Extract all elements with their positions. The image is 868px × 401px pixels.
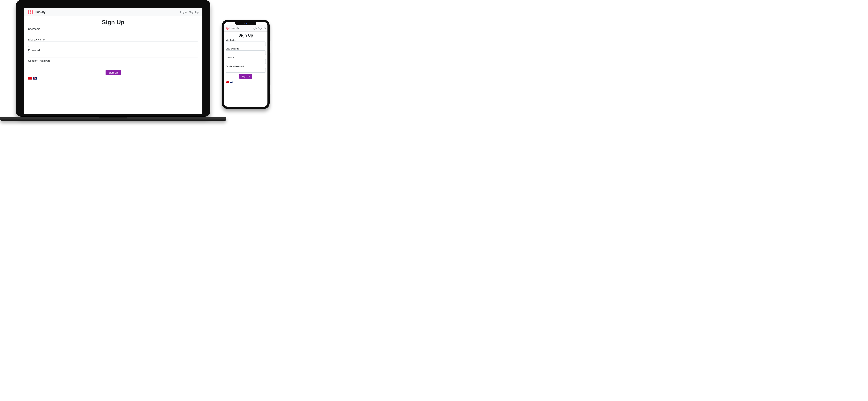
brand-name: Hoaxify <box>231 27 239 30</box>
label-username-mobile: Username <box>226 39 266 41</box>
form-group-confirmpassword-mobile: Comfirm Password <box>226 65 266 73</box>
laptop-base-notch <box>99 117 127 119</box>
phone-device-frame: Hoaxify Login Sign Up Sign Up Username D… <box>222 20 270 109</box>
language-flags-mobile <box>226 81 266 83</box>
form-group-displayname: Display Name <box>28 38 198 47</box>
input-displayname[interactable] <box>28 41 198 47</box>
nav-link-signup-mobile[interactable]: Sign Up <box>258 27 266 30</box>
flag-uk-icon[interactable] <box>33 77 37 80</box>
page-content-mobile: Sign Up Username Display Name Password C… <box>224 32 268 85</box>
flag-tr-icon[interactable] <box>226 81 229 83</box>
app-navbar: Hoaxify Login Sign Up <box>24 8 203 16</box>
nav-links: Login Sign Up <box>180 10 198 13</box>
input-username[interactable] <box>28 31 198 36</box>
phone-bezel: Hoaxify Login Sign Up Sign Up Username D… <box>222 20 270 109</box>
input-password[interactable] <box>28 52 198 57</box>
phone-camera-icon <box>246 23 247 24</box>
nav-link-login[interactable]: Login <box>180 10 187 13</box>
input-confirmpassword[interactable] <box>28 63 198 68</box>
phone-screen: Hoaxify Login Sign Up Sign Up Username D… <box>224 22 268 107</box>
svg-point-4 <box>30 10 31 11</box>
phone-side-button <box>270 41 270 53</box>
brand-name: Hoaxify <box>35 10 45 14</box>
form-group-displayname-mobile: Display Name <box>226 48 266 55</box>
label-confirmpassword: Comfirm Password <box>28 59 198 62</box>
flag-tr-icon[interactable] <box>28 77 32 80</box>
nav-link-login-mobile[interactable]: Login <box>252 27 257 30</box>
laptop-bezel: Hoaxify Login Sign Up Sign Up Username D… <box>16 0 210 117</box>
label-confirmpassword-mobile: Comfirm Password <box>226 65 266 68</box>
page-title-mobile: Sign Up <box>226 33 266 38</box>
input-password-mobile[interactable] <box>226 59 266 64</box>
phone-speaker-icon <box>244 23 245 24</box>
laptop-base <box>16 117 210 122</box>
phone-notch <box>235 22 256 25</box>
laptop-device-frame: Hoaxify Login Sign Up Sign Up Username D… <box>16 0 210 122</box>
label-displayname-mobile: Display Name <box>226 48 266 50</box>
nav-links-mobile: Login Sign Up <box>252 27 266 30</box>
form-group-username-mobile: Username <box>226 39 266 46</box>
signup-button-mobile[interactable]: Sign Up <box>239 74 252 79</box>
form-group-confirmpassword: Comfirm Password <box>28 59 198 68</box>
nav-link-signup[interactable]: Sign Up <box>189 10 198 13</box>
form-group-password: Password <box>28 49 198 57</box>
input-confirmpassword-mobile[interactable] <box>226 68 266 73</box>
laptop-screen: Hoaxify Login Sign Up Sign Up Username D… <box>24 8 203 114</box>
brand-logo-icon <box>226 27 230 30</box>
language-flags <box>28 77 198 80</box>
page-content: Sign Up Username Display Name Password C… <box>24 16 203 83</box>
submit-row-mobile: Sign Up <box>226 74 266 79</box>
label-password-mobile: Password <box>226 56 266 59</box>
label-displayname: Display Name <box>28 38 198 41</box>
phone-side-button <box>270 85 270 94</box>
app-navbar-mobile: Hoaxify Login Sign Up <box>224 25 268 32</box>
label-password: Password <box>28 49 198 52</box>
flag-uk-icon[interactable] <box>230 81 233 83</box>
input-username-mobile[interactable] <box>226 41 266 46</box>
form-group-username: Username <box>28 27 198 36</box>
submit-row: Sign Up <box>28 70 198 75</box>
svg-point-9 <box>227 27 228 28</box>
form-group-password-mobile: Password <box>226 56 266 64</box>
brand[interactable]: Hoaxify <box>28 10 45 14</box>
label-username: Username <box>28 27 198 30</box>
signup-button[interactable]: Sign Up <box>105 70 121 75</box>
page-title: Sign Up <box>28 19 198 26</box>
brand-logo-icon <box>28 10 33 14</box>
input-displayname-mobile[interactable] <box>226 50 266 55</box>
brand-mobile[interactable]: Hoaxify <box>226 27 239 30</box>
